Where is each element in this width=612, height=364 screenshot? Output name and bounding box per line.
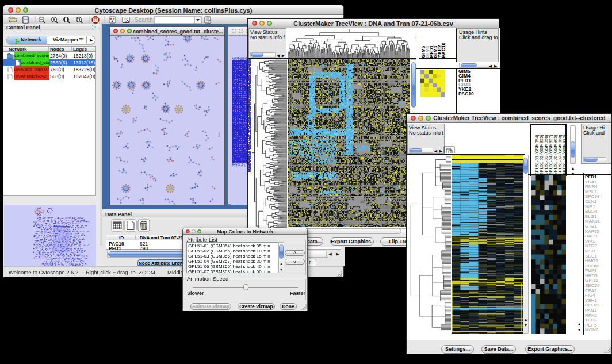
svg-text:Search:: Search: — [135, 17, 154, 23]
